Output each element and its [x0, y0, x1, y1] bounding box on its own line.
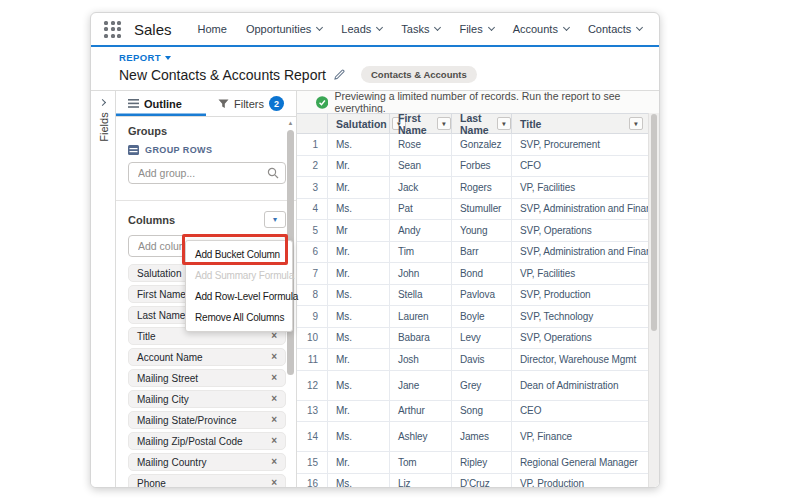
nav-item-label: Accounts	[513, 23, 558, 35]
chevron-down-icon	[165, 56, 171, 60]
add-group-input[interactable]	[128, 162, 286, 184]
remove-column-icon[interactable]: ×	[271, 457, 277, 467]
table-cell: VP, Facilities	[512, 177, 648, 198]
remove-column-icon[interactable]: ×	[271, 373, 277, 383]
table-cell: Babara	[390, 328, 452, 349]
report-type-menu[interactable]: REPORT	[119, 52, 645, 63]
table-row: 1Ms.RoseGonzalezSVP, Procurement	[297, 134, 648, 156]
column-header-first-name[interactable]: First Name▾	[390, 114, 452, 133]
column-pill-mailing-state-province[interactable]: Mailing State/Province×	[128, 411, 286, 429]
groups-heading: Groups	[128, 125, 286, 137]
edit-title-icon[interactable]	[334, 69, 345, 80]
table-cell: Ms.	[328, 306, 390, 327]
table-cell: Director, Warehouse Mgmt	[512, 349, 648, 370]
column-header-label: Title	[520, 118, 541, 130]
table-cell: Tim	[390, 242, 452, 263]
row-number-cell: 3	[297, 177, 328, 198]
table-cell: Ms.	[328, 371, 390, 400]
chevron-down-icon	[376, 24, 383, 31]
table-cell: Jane	[390, 371, 452, 400]
app-launcher-icon[interactable]	[104, 21, 121, 38]
table-cell: Arthur	[390, 401, 452, 422]
fields-panel-label: Fields	[98, 112, 110, 141]
row-number-cell: 15	[297, 452, 328, 473]
filters-count-badge: 2	[269, 96, 284, 111]
table-cell: Mr.	[328, 263, 390, 284]
nav-item-label: Contacts	[588, 23, 631, 35]
table-cell: Ashley	[390, 422, 452, 451]
column-pill-label: Phone	[137, 478, 166, 489]
table-row: 6Mr.TimBarrSVP, Administration and Finan…	[297, 242, 648, 264]
column-pill-account-name[interactable]: Account Name×	[128, 348, 286, 366]
table-cell: Davis	[452, 349, 512, 370]
table-scrollbar-thumb[interactable]	[651, 114, 657, 331]
table-scrollbar[interactable]	[648, 113, 659, 487]
column-pill-label: Last Name	[137, 310, 185, 321]
column-filter-button[interactable]: ▾	[629, 117, 643, 130]
remove-column-icon[interactable]: ×	[271, 478, 277, 488]
app-name[interactable]: Sales	[134, 21, 172, 38]
table-cell: John	[390, 263, 452, 284]
column-pill-label: First Name	[137, 289, 186, 300]
column-filter-button[interactable]: ▾	[497, 117, 511, 130]
row-number-cell: 4	[297, 199, 328, 220]
table-cell: SVP, Technology	[512, 306, 648, 327]
remove-column-icon[interactable]: ×	[271, 415, 277, 425]
column-header-last-name[interactable]: Last Name▾	[452, 114, 512, 133]
column-header-salutation[interactable]: Salutation▾	[328, 114, 390, 133]
remove-column-icon[interactable]: ×	[271, 331, 277, 341]
tab-filters-label: Filters	[234, 98, 264, 110]
menu-item-remove-all-columns[interactable]: Remove All Columns	[186, 307, 292, 328]
column-pill-mailing-street[interactable]: Mailing Street×	[128, 369, 286, 387]
table-row: 10Ms.BabaraLevySVP, Operations	[297, 328, 648, 350]
column-header-title[interactable]: Title▾	[512, 114, 648, 133]
scroll-up-icon[interactable]: ▲	[287, 120, 294, 126]
fields-panel-toggle[interactable]: Fields	[91, 91, 116, 487]
tab-filters[interactable]: Filters 2	[206, 91, 296, 116]
column-pill-label: Salutation	[137, 268, 181, 279]
table-cell: SVP, Procurement	[512, 134, 648, 155]
row-number-cell: 2	[297, 156, 328, 177]
column-filter-button[interactable]: ▾	[437, 117, 451, 130]
column-pill-label: Mailing Zip/Postal Code	[137, 436, 243, 447]
table-cell: Ms.	[328, 285, 390, 306]
column-pill-mailing-city[interactable]: Mailing City×	[128, 390, 286, 408]
column-pill-phone[interactable]: Phone×	[128, 474, 286, 488]
report-object-badge: Contacts & Accounts	[361, 66, 477, 83]
table-row: 5MrAndyYoungSVP, Operations	[297, 220, 648, 242]
table-row: 12Ms.JaneGreyDean of Administration	[297, 371, 648, 401]
success-check-icon	[316, 96, 328, 109]
outline-panel: Outline Filters 2 Groups	[116, 91, 297, 487]
remove-column-icon[interactable]: ×	[271, 394, 277, 404]
nav-item-files[interactable]: Files	[459, 23, 493, 35]
table-cell: Bond	[452, 263, 512, 284]
nav-items: HomeOpportunitiesLeadsTasksFilesAccounts…	[198, 23, 659, 35]
nav-item-contacts[interactable]: Contacts	[588, 23, 642, 35]
table-cell: CFO	[512, 156, 648, 177]
column-pill-label: Title	[137, 331, 156, 342]
nav-item-accounts[interactable]: Accounts	[513, 23, 569, 35]
remove-column-icon[interactable]: ×	[271, 436, 277, 446]
tab-outline[interactable]: Outline	[116, 91, 206, 116]
table-cell: Sean	[390, 156, 452, 177]
nav-item-leads[interactable]: Leads	[341, 23, 382, 35]
row-number-cell: 11	[297, 349, 328, 370]
section-divider	[116, 200, 296, 201]
remove-column-icon[interactable]: ×	[271, 352, 277, 362]
table-row: 11Mr.JoshDavisDirector, Warehouse Mgmt	[297, 349, 648, 371]
column-pill-mailing-country[interactable]: Mailing Country×	[128, 453, 286, 471]
menu-item-add-bucket-column[interactable]: Add Bucket Column	[186, 244, 292, 265]
chevron-down-icon	[563, 24, 570, 31]
menu-item-add-summary-formula: Add Summary Formula	[186, 265, 292, 286]
table-cell: D'Cruz	[452, 474, 512, 488]
table-cell: Josh	[390, 349, 452, 370]
menu-item-add-row-level-formula[interactable]: Add Row-Level Formula	[186, 286, 292, 307]
column-pill-label: Mailing State/Province	[137, 415, 237, 426]
nav-item-home[interactable]: Home	[198, 23, 227, 35]
columns-menu-button[interactable]: ▾	[264, 211, 286, 228]
column-pill-mailing-zip-postal-code[interactable]: Mailing Zip/Postal Code×	[128, 432, 286, 450]
table-row: 2Mr.SeanForbesCFO	[297, 156, 648, 178]
nav-item-opportunities[interactable]: Opportunities	[246, 23, 322, 35]
nav-item-tasks[interactable]: Tasks	[401, 23, 440, 35]
search-icon	[267, 167, 279, 179]
